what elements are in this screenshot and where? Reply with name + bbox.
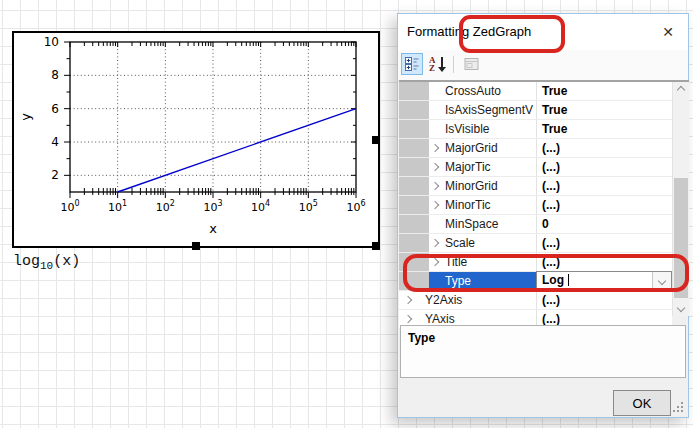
property-name-cell[interactable]: MajorTic (429, 158, 536, 176)
description-title: Type (408, 331, 435, 345)
property-value[interactable]: (...) (542, 177, 560, 195)
property-name: Scale (445, 234, 475, 252)
x-tick-label: 104 (251, 199, 270, 214)
scrollbar-down-button[interactable] (673, 300, 689, 316)
property-value[interactable]: (...) (542, 139, 560, 157)
formula-suffix: (x) (53, 253, 80, 270)
property-value[interactable]: (...) (542, 196, 560, 214)
chevron-down-icon (658, 277, 666, 285)
property-row-minorgrid[interactable]: MinorGrid(...) (399, 177, 672, 196)
formula-prefix: log (13, 253, 40, 270)
designer-surface: 100101102103104105106246810xy log10(x) F… (0, 0, 693, 428)
text-caret (568, 274, 569, 286)
indent-margin (399, 82, 429, 100)
column-divider[interactable] (536, 291, 537, 309)
scrollbar-up-button[interactable] (673, 82, 689, 98)
resize-handle-bottom[interactable] (192, 242, 200, 250)
column-divider[interactable] (536, 139, 537, 157)
property-row-majorgrid[interactable]: MajorGrid(...) (399, 139, 672, 158)
curve-formula-label[interactable]: log10(x) (13, 253, 80, 272)
property-name: CrossAuto (445, 82, 501, 100)
x-tick-label: 103 (203, 199, 222, 214)
property-grid-rows: CrossAutoTrueIsAxisSegmentVTrueIsVisible… (399, 82, 672, 329)
column-divider[interactable] (536, 215, 537, 233)
y-tick-label: 6 (51, 102, 59, 116)
property-value[interactable]: (...) (542, 291, 560, 309)
x-tick-label: 105 (299, 199, 318, 214)
property-name-cell[interactable]: CrossAuto (429, 82, 536, 100)
y-tick-label: 4 (51, 135, 59, 149)
property-row-y2axis[interactable]: Y2Axis(...) (399, 291, 672, 310)
property-name-cell[interactable]: Type (429, 272, 536, 290)
property-value[interactable]: True (542, 120, 567, 138)
property-row-scale[interactable]: Scale(...) (399, 234, 672, 253)
property-row-title[interactable]: Title(...) (399, 253, 672, 272)
indent-margin (399, 139, 429, 157)
zedgraph-control[interactable]: 100101102103104105106246810xy (12, 31, 380, 248)
y-tick-label: 8 (51, 68, 59, 82)
column-divider[interactable] (536, 177, 537, 195)
x-tick-label: 106 (346, 199, 365, 214)
series-line-log10(x) (118, 109, 356, 192)
property-name-cell[interactable]: MajorGrid (429, 139, 536, 157)
property-name-cell[interactable]: MinorGrid (429, 177, 536, 195)
indent-margin (399, 101, 429, 119)
property-name-cell[interactable]: IsVisible (429, 120, 536, 138)
column-divider[interactable] (536, 234, 537, 252)
property-name: MinSpace (445, 215, 498, 233)
property-name-cell[interactable]: Y2Axis (399, 291, 536, 309)
combobox-dropdown-button[interactable] (652, 272, 671, 290)
close-button[interactable]: ✕ (652, 14, 684, 50)
property-name-cell[interactable]: Title (429, 253, 536, 271)
ok-button[interactable]: OK (613, 390, 671, 416)
property-value[interactable]: (...) (542, 158, 560, 176)
property-value[interactable]: True (542, 101, 567, 119)
formula-subscript: 10 (40, 260, 53, 272)
categorized-button[interactable] (401, 53, 423, 75)
property-row-isaxissegmentv[interactable]: IsAxisSegmentVTrue (399, 101, 672, 120)
chevron-down-icon (677, 304, 685, 312)
property-name-cell[interactable]: IsAxisSegmentV (429, 101, 536, 119)
property-name-cell[interactable]: Scale (429, 234, 536, 252)
alphabetical-sort-icon: A Z (428, 56, 446, 73)
property-value[interactable]: (...) (542, 234, 560, 252)
x-tick-label: 102 (156, 199, 175, 214)
property-name-cell[interactable]: MinSpace (429, 215, 536, 233)
property-name: Type (445, 272, 471, 290)
dialog-titlebar[interactable]: Formatting ZedGraph ✕ (398, 14, 688, 50)
column-divider[interactable] (536, 82, 537, 100)
indent-margin (399, 158, 429, 176)
formatting-dialog: Formatting ZedGraph ✕ (397, 13, 689, 418)
property-value: Log (542, 272, 564, 288)
property-row-isvisible[interactable]: IsVisibleTrue (399, 120, 672, 139)
property-row-minspace[interactable]: MinSpace0 (399, 215, 672, 234)
alphabetical-sort-button[interactable]: A Z (426, 53, 448, 75)
property-name: Y2Axis (425, 291, 462, 309)
resize-handle-right[interactable] (372, 136, 380, 144)
toolbar-separator (453, 56, 454, 73)
property-row-minortic[interactable]: MinorTic(...) (399, 196, 672, 215)
property-row-crossauto[interactable]: CrossAutoTrue (399, 82, 672, 101)
column-divider[interactable] (536, 158, 537, 176)
property-value[interactable]: (...) (542, 253, 560, 271)
column-divider[interactable] (536, 253, 537, 271)
column-divider[interactable] (536, 101, 537, 119)
property-value[interactable]: True (542, 82, 567, 100)
vertical-scrollbar[interactable] (672, 82, 689, 316)
resize-handle-bottom-right[interactable] (372, 242, 380, 250)
column-divider[interactable] (536, 120, 537, 138)
indent-margin (399, 120, 429, 138)
indent-margin (399, 253, 429, 271)
resize-grip-icon[interactable] (681, 410, 683, 412)
description-pane: Type (400, 325, 686, 378)
column-divider[interactable] (536, 196, 537, 214)
property-row-type[interactable]: TypeLog (399, 272, 672, 291)
y-tick-label: 2 (51, 168, 59, 182)
sort-letter-z: Z (429, 64, 435, 73)
value-combobox[interactable]: Log (536, 271, 672, 291)
scrollbar-thumb[interactable] (674, 178, 688, 298)
property-row-majortic[interactable]: MajorTic(...) (399, 158, 672, 177)
property-value[interactable]: 0 (542, 215, 549, 233)
property-name-cell[interactable]: MinorTic (429, 196, 536, 214)
propertygrid-toolbar: A Z (398, 50, 688, 80)
